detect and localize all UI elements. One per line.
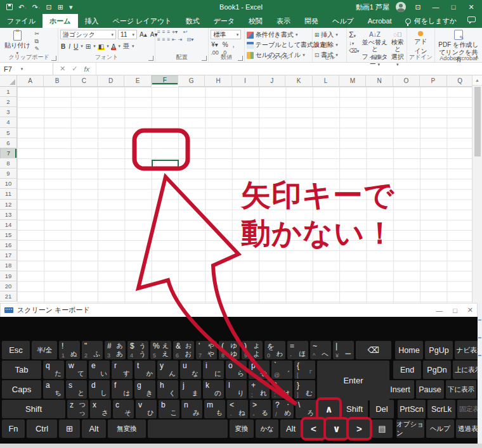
sort-filter-button[interactable]: A↓Z 並べ替えと フィルター ▾	[361, 30, 388, 68]
key-Home[interactable]: Home	[395, 341, 423, 359]
qat-customize-icon[interactable]: ▾	[69, 4, 73, 11]
key-Del[interactable]: Del	[370, 400, 394, 418]
key-Esc[interactable]: Esc	[2, 341, 30, 359]
tab-データ[interactable]: データ	[206, 14, 242, 28]
column-header-E[interactable]: E	[124, 75, 151, 87]
key-i[interactable]: iに	[203, 361, 224, 379]
format-painter-icon[interactable]: ✎	[34, 46, 39, 53]
key-k[interactable]: kの	[203, 380, 224, 399]
key-+[interactable]: +;れ	[249, 380, 270, 399]
key-Shift[interactable]: Shift	[341, 400, 368, 418]
row-header-12[interactable]: 12	[0, 200, 17, 210]
column-header-Q[interactable]: Q	[447, 75, 474, 87]
column-header-K[interactable]: K	[285, 75, 312, 87]
row-header-16[interactable]: 16	[0, 240, 17, 250]
underline-button[interactable]: U	[73, 43, 79, 50]
windows-key[interactable]: ⊞	[59, 419, 80, 438]
row-header-15[interactable]: 15	[0, 230, 17, 240]
decrease-indent-icon[interactable]: ⇤	[172, 37, 176, 42]
row-header-11[interactable]: 11	[0, 189, 17, 199]
key-=[interactable]: =-ほ	[287, 341, 308, 359]
minimize-button[interactable]: —	[430, 3, 441, 11]
key-~[interactable]: ~^へ	[310, 341, 331, 359]
close-button[interactable]: ✕	[466, 3, 477, 11]
key-b[interactable]: bこ	[159, 400, 179, 418]
key-#[interactable]: #あ3あ	[105, 341, 126, 359]
column-header-I[interactable]: I	[232, 75, 259, 87]
key-&[interactable]: &お6お	[173, 341, 194, 359]
comment-icon[interactable]	[467, 16, 476, 22]
row-header-19[interactable]: 19	[0, 271, 17, 281]
key-かな[interactable]: かな	[256, 419, 278, 438]
key-g[interactable]: gき	[134, 380, 155, 399]
key-)[interactable]: )よ9よ	[242, 341, 263, 359]
currency-icon[interactable]: ¥▾	[211, 41, 219, 48]
bold-button[interactable]: B	[60, 43, 66, 50]
increase-font-icon[interactable]: A▴	[139, 31, 148, 38]
key-オプション[interactable]: オプション	[396, 419, 424, 438]
row-header-2[interactable]: 2	[0, 97, 17, 107]
scrollbar-thumb[interactable]	[474, 87, 481, 157]
key-Pause[interactable]: Pause	[416, 380, 444, 399]
key-p[interactable]: pせ	[249, 361, 270, 379]
key-*[interactable]: *:け	[271, 380, 292, 399]
key-e[interactable]: eい	[89, 361, 110, 379]
key-Alt[interactable]: Alt	[82, 419, 106, 438]
column-header-B[interactable]: B	[44, 75, 70, 87]
key-半/全[interactable]: 半/全	[32, 341, 57, 359]
italic-button[interactable]: I	[68, 43, 71, 50]
key-変換[interactable]: 変換	[230, 419, 254, 438]
row-header-4[interactable]: 4	[0, 117, 17, 127]
key-Caps[interactable]: Caps	[2, 380, 41, 399]
tab-Acrobat[interactable]: Acrobat	[361, 14, 399, 28]
key-Insert[interactable]: Insert	[386, 380, 414, 399]
avatar[interactable]	[396, 2, 406, 12]
enter-key[interactable]: Enter	[317, 361, 389, 400]
key-n[interactable]: nみ	[181, 400, 202, 418]
row-header-17[interactable]: 17	[0, 250, 17, 260]
row-header-18[interactable]: 18	[0, 260, 17, 271]
key-m[interactable]: mも	[204, 400, 225, 418]
key-Fn[interactable]: Fn	[2, 419, 25, 438]
undo-icon[interactable]: ↶▾	[18, 4, 27, 11]
align-center-icon[interactable]: ≡	[162, 37, 166, 42]
paste-button[interactable]: 貼り付け▾	[2, 30, 32, 56]
key-Shift[interactable]: Shift	[2, 400, 65, 418]
align-top-icon[interactable]: ≡	[157, 30, 160, 35]
column-header-J[interactable]: J	[259, 75, 285, 87]
tab-ファイル[interactable]: ファイル	[0, 14, 42, 28]
name-box[interactable]: F7▾	[0, 63, 53, 75]
key-u[interactable]: uな	[180, 361, 201, 379]
font-dialog-launcher[interactable]	[148, 56, 153, 61]
key-v[interactable]: vひ	[136, 400, 157, 418]
table-icon[interactable]: ⊞	[58, 4, 63, 11]
key-<[interactable]: <、ね	[227, 400, 248, 418]
key-j[interactable]: jま	[180, 380, 201, 399]
copy-icon[interactable]: ⧉	[34, 39, 39, 45]
tab-挿入[interactable]: 挿入	[78, 14, 106, 28]
key-"[interactable]: "2ふ	[82, 341, 103, 359]
key-`[interactable]: `@゛	[271, 361, 292, 379]
key->[interactable]: >。る	[250, 400, 271, 418]
key-s[interactable]: sと	[66, 380, 87, 399]
tab-ページ レイアウト[interactable]: ページ レイアウト	[106, 14, 179, 28]
key-{[interactable]: {[「	[294, 361, 315, 379]
backspace-key[interactable]: ⌫	[356, 341, 391, 359]
key-r[interactable]: rす	[112, 361, 133, 379]
key-l[interactable]: lり	[226, 380, 247, 399]
row-header-9[interactable]: 9	[0, 169, 17, 179]
find-select-button[interactable]: ◌⃕ 検索と 選択 ▾	[390, 30, 405, 68]
key-t[interactable]: tか	[134, 361, 155, 379]
key-q[interactable]: qた	[43, 361, 64, 379]
key-f[interactable]: fは	[112, 380, 133, 399]
arrow-up-key[interactable]: ∧	[318, 400, 339, 418]
menu-key[interactable]: ▤	[372, 419, 393, 438]
align-bottom-icon[interactable]: ≡	[167, 30, 170, 35]
fill-icon[interactable]: ↓▾	[349, 41, 359, 47]
key-$[interactable]: $う4う	[127, 341, 148, 359]
key-%[interactable]: %え5え	[150, 341, 171, 359]
key-y[interactable]: yん	[157, 361, 178, 379]
borders-icon[interactable]: ⊞	[85, 43, 91, 50]
row-header-13[interactable]: 13	[0, 210, 17, 220]
row-header-14[interactable]: 14	[0, 220, 17, 230]
